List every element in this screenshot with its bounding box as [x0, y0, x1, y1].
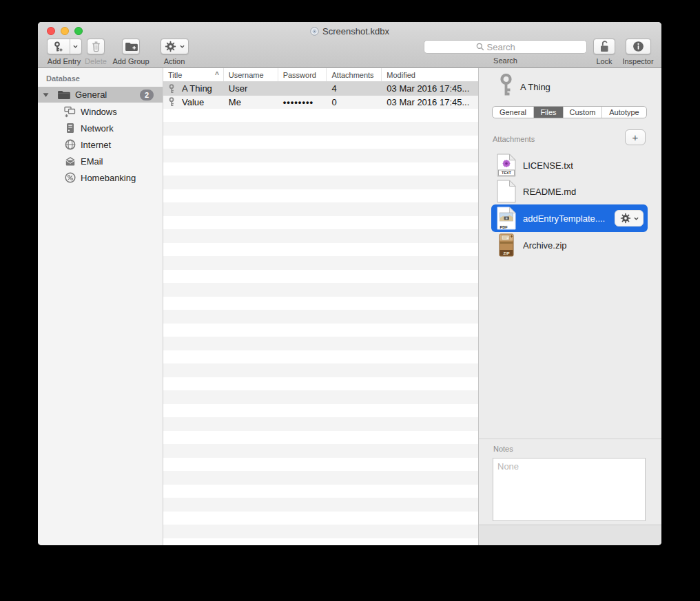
attachment-row-license[interactable]: TEXT LICENSE.txt: [491, 152, 648, 178]
pdf-file-icon: PDF: [497, 207, 516, 230]
network-group-icon: [64, 123, 76, 134]
key-icon: [168, 84, 175, 94]
zip-file-icon: ZIP: [497, 233, 516, 257]
entry-username: User: [224, 83, 278, 94]
dropdown-arrow-icon: [73, 45, 78, 48]
toolbar: Add Entry Delete: [38, 38, 661, 68]
inspector-entry-title: A Thing: [520, 82, 550, 92]
column-header-password[interactable]: Password: [278, 68, 327, 81]
tab-general[interactable]: General: [493, 107, 534, 118]
table-body: A Thing User 4 03 Mar 2016 17:45...: [163, 82, 478, 545]
lock-button[interactable]: [593, 39, 615, 54]
folder-plus-icon: [125, 41, 138, 52]
add-group-label: Add Group: [112, 57, 149, 65]
attachment-row-addentrytemplate[interactable]: PDF addEntryTemplate....: [491, 204, 648, 232]
sidebar-item-general[interactable]: General 2: [38, 87, 163, 103]
sidebar-item-label: Windows: [81, 107, 117, 117]
svg-text:TEXT: TEXT: [502, 171, 511, 175]
gear-icon: [620, 213, 631, 224]
key-icon: [168, 97, 175, 107]
key-plus-icon: [53, 41, 63, 52]
sidebar-item-label: Homebanking: [81, 173, 136, 183]
entry-table: Title ^ Username Password Attachments Mo…: [163, 68, 479, 545]
windows-group-icon: [64, 106, 76, 118]
document-icon: [310, 27, 319, 36]
delete-label: Delete: [85, 57, 107, 65]
add-entry-dropdown[interactable]: [70, 39, 81, 54]
macpass-window: Screenshot.kdbx: [38, 22, 661, 545]
attachment-row-readme[interactable]: README.md: [491, 178, 648, 204]
notes-textarea[interactable]: [493, 458, 646, 521]
column-header-username[interactable]: Username: [224, 68, 278, 81]
entry-count-badge: 2: [140, 89, 154, 101]
entry-modified: 03 Mar 2016 17:45...: [382, 83, 478, 94]
entry-attachments-count: 4: [327, 83, 382, 94]
inspector-footer: [479, 525, 661, 545]
unlock-icon: [599, 40, 610, 53]
sidebar-item-homebanking[interactable]: Homebanking: [38, 169, 163, 186]
column-header-attachments[interactable]: Attachments: [327, 68, 382, 81]
tab-files[interactable]: Files: [534, 107, 564, 118]
svg-text:ZIP: ZIP: [503, 251, 509, 255]
attachment-name: addEntryTemplate....: [523, 213, 605, 224]
inspector-panel: A Thing General Files Custom Autotype At…: [479, 68, 661, 545]
gear-icon: [165, 41, 176, 52]
add-entry-button[interactable]: [47, 39, 82, 54]
window-title-area: Screenshot.kdbx: [38, 25, 661, 36]
sidebar-item-network[interactable]: Network: [38, 120, 163, 136]
attachments-section-label: Attachments: [493, 135, 535, 143]
table-row[interactable]: A Thing User 4 03 Mar 2016 17:45...: [163, 82, 478, 96]
group-sidebar: Database General 2: [38, 68, 163, 545]
sidebar-item-label: Internet: [81, 140, 111, 150]
disclosure-triangle-icon[interactable]: [43, 92, 49, 98]
sidebar-item-label: Network: [81, 123, 114, 134]
column-header-modified[interactable]: Modified: [382, 68, 478, 81]
inspector-label: Inspector: [622, 57, 653, 65]
tab-custom[interactable]: Custom: [564, 107, 602, 118]
document-file-icon: [497, 180, 516, 203]
tab-autotype[interactable]: Autotype: [602, 107, 646, 118]
divider: [479, 439, 661, 439]
entry-password: ••••••••: [278, 97, 327, 107]
dropdown-arrow-icon: [634, 217, 639, 220]
attachment-action-button[interactable]: [615, 210, 644, 226]
table-row[interactable]: Value Me •••••••• 0 03 Mar 2016 17:45...: [163, 96, 478, 109]
entry-title: Value: [182, 97, 204, 107]
add-entry-label: Add Entry: [48, 57, 81, 65]
window-title: Screenshot.kdbx: [322, 26, 389, 36]
add-attachment-button[interactable]: +: [625, 129, 646, 145]
entry-attachments-count: 0: [327, 97, 382, 107]
attachment-name: LICENSE.txt: [523, 160, 573, 171]
window-chrome: Screenshot.kdbx: [38, 22, 661, 68]
search-input[interactable]: [487, 42, 535, 52]
info-icon: [632, 41, 644, 52]
column-header-title[interactable]: Title ^: [163, 68, 224, 81]
sidebar-item-internet[interactable]: Internet: [38, 136, 163, 153]
delete-button[interactable]: [87, 39, 105, 54]
lock-label: Lock: [596, 57, 612, 65]
notes-section-label: Notes: [493, 445, 513, 453]
sidebar-item-windows[interactable]: Windows: [38, 103, 163, 120]
trash-icon: [90, 41, 102, 52]
add-group-button[interactable]: [122, 39, 140, 54]
inspector-tabs: General Files Custom Autotype: [492, 106, 647, 118]
action-button[interactable]: [161, 39, 189, 54]
entry-key-icon: [498, 74, 514, 96]
sidebar-item-label: EMail: [81, 156, 103, 167]
attachment-row-archive[interactable]: ZIP Archive.zip: [491, 232, 648, 258]
text-file-icon: TEXT: [497, 154, 516, 177]
action-label: Action: [164, 57, 185, 65]
entry-username: Me: [224, 97, 278, 107]
search-field[interactable]: [424, 40, 587, 54]
entry-title: A Thing: [182, 83, 212, 94]
internet-globe-icon: [64, 139, 76, 150]
sidebar-item-email[interactable]: EMail: [38, 153, 163, 169]
desktop: { "window": { "title": "Screenshot.kdbx"…: [0, 0, 700, 601]
sidebar-item-label: General: [75, 89, 107, 100]
search-label: Search: [493, 56, 517, 65]
inspector-button[interactable]: [626, 39, 651, 54]
svg-text:PDF: PDF: [500, 225, 508, 229]
folder-icon: [57, 89, 70, 100]
email-envelope-icon: [64, 156, 76, 167]
percent-circle-icon: [64, 172, 76, 183]
